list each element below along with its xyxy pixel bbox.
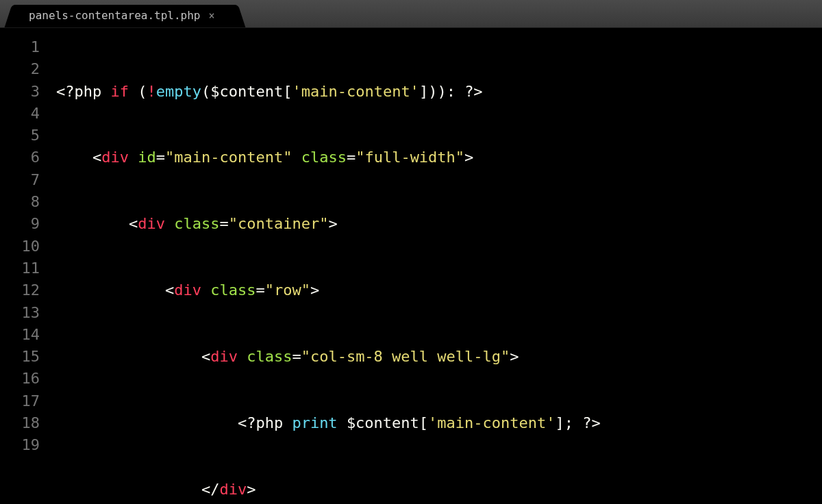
line-number: 7 <box>0 169 40 191</box>
line-number: 9 <box>0 213 40 235</box>
gutter: 1 2 3 4 5 6 7 8 9 10 11 12 13 14 15 16 1… <box>0 36 44 504</box>
tab-bar: panels-contentarea.tpl.php × <box>0 0 822 28</box>
close-icon[interactable]: × <box>208 5 214 27</box>
code-line[interactable]: </div> <box>56 479 822 501</box>
line-number: 13 <box>0 302 40 324</box>
tab-filename: panels-contentarea.tpl.php <box>29 5 200 27</box>
line-number: 6 <box>0 147 40 168</box>
code-line[interactable]: <?php print $content['main-content']; ?> <box>56 412 822 434</box>
line-number: 14 <box>0 324 40 346</box>
line-number: 18 <box>0 412 40 434</box>
line-number: 10 <box>0 236 40 257</box>
line-number: 15 <box>0 346 40 368</box>
line-number: 3 <box>0 81 40 103</box>
line-number: 5 <box>0 125 40 147</box>
line-number: 17 <box>0 390 40 412</box>
line-number: 2 <box>0 58 40 80</box>
line-number: 12 <box>0 279 40 301</box>
code-line[interactable]: <div class="col-sm-8 well well-lg"> <box>56 346 822 368</box>
line-number: 8 <box>0 191 40 213</box>
code-line[interactable]: <div id="main-content" class="full-width… <box>56 147 822 168</box>
line-number: 19 <box>0 434 40 456</box>
line-number: 11 <box>0 257 40 279</box>
line-number: 16 <box>0 368 40 390</box>
line-number: 1 <box>0 36 40 58</box>
code-line[interactable]: <div class="row"> <box>56 279 822 301</box>
code-area[interactable]: <?php if (!empty($content['main-content'… <box>44 36 822 504</box>
editor[interactable]: 1 2 3 4 5 6 7 8 9 10 11 12 13 14 15 16 1… <box>0 28 822 504</box>
line-number: 4 <box>0 103 40 125</box>
code-line[interactable]: <?php if (!empty($content['main-content'… <box>56 81 822 103</box>
tab-file[interactable]: panels-contentarea.tpl.php × <box>15 5 235 27</box>
code-line[interactable]: <div class="container"> <box>56 213 822 235</box>
